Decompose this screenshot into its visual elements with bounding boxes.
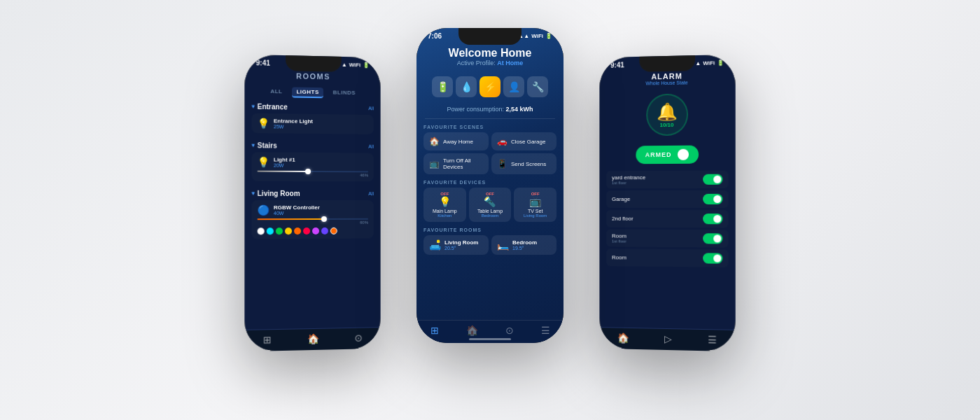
zone-garage-name: Garage [612, 196, 703, 202]
fav-rooms-label: FAVOURITE ROOMS [424, 227, 556, 232]
armed-label: ARMED [645, 151, 672, 158]
zone-garage-toggle[interactable] [703, 194, 722, 204]
rgbw-card: 🔵 RGBW Controller 40W 60% [251, 200, 373, 239]
scenes-section: FAVOURITE SCENES 🏠 Away Home 🚗 Close Gar… [416, 122, 564, 177]
nav-home-icon[interactable]: 🏠 [307, 333, 319, 344]
alarm-count: 10/10 [660, 121, 674, 127]
right-nav-home[interactable]: 🏠 [617, 332, 629, 344]
turn-off-icon: 📺 [429, 159, 440, 169]
tab-blinds[interactable]: BLINDS [329, 88, 360, 99]
zone-2nd-floor: 2nd floor [606, 210, 728, 227]
close-garage-icon: 🚗 [497, 136, 507, 146]
zone-yard-entrance: yard entrance 1st floor [606, 171, 728, 189]
fav-rooms-section: FAVOURITE ROOMS 🛋️ Living Room 20.5° 🛏️ [416, 225, 564, 258]
stairs-light-watt: 20W [274, 163, 368, 169]
center-nav-camera[interactable]: ⊙ [505, 325, 514, 336]
scene-send-screens[interactable]: 📱 Send Screens [491, 153, 556, 174]
stairs-name: Stairs [251, 141, 276, 149]
right-nav-menu[interactable]: ☰ [708, 334, 717, 345]
tv-set-icon: 📺 [518, 196, 552, 207]
scene-away-home[interactable]: 🏠 Away Home [424, 132, 489, 150]
main-lamp-room: Kitchen [428, 214, 462, 218]
device-table-lamp[interactable]: OFF 🔦 Table Lamp Bedroom [469, 188, 512, 222]
time-center: 7:06 [428, 32, 442, 40]
bedroom-icon: 🛏️ [497, 239, 509, 251]
stairs-header: Stairs All [251, 141, 373, 150]
table-lamp-name: Table Lamp [473, 209, 507, 214]
scenes-label: FAVOURITE SCENES [424, 125, 556, 130]
main-lamp-name: Main Lamp [428, 209, 462, 214]
device-grid: OFF 💡 Main Lamp Kitchen OFF 🔦 Table Lamp… [424, 188, 556, 222]
table-lamp-room: Bedroom [473, 214, 507, 218]
close-garage-label: Close Garage [511, 139, 545, 145]
person-icon-item[interactable]: 👤 [503, 76, 524, 97]
living-room-section: Living Room All 🔵 RGBW Controller 40W [244, 187, 380, 245]
time-right: 9:41 [610, 61, 624, 69]
toggle-circle [677, 149, 688, 160]
right-nav: 🏠 ▷ ☰ [599, 327, 735, 351]
zone-yard-toggle[interactable] [703, 174, 722, 185]
profile-name: At Home [497, 59, 523, 66]
battery-icon-item[interactable]: 🔋 [432, 76, 453, 97]
room-living-room[interactable]: 🛋️ Living Room 20.5° [424, 235, 489, 255]
zone-room-2: Room [606, 248, 728, 267]
scene-turn-off[interactable]: 📺 Turn Off All Devices [424, 153, 489, 174]
profile-text: Active Profile: At Home [428, 59, 552, 66]
rgbw-watt: 40W [274, 211, 368, 216]
center-nav-menu[interactable]: ☰ [541, 325, 550, 336]
phone-left: 9:41 ▲ WiFi 🔋 ROOMS ALL LIGHTS BLINDS [244, 55, 380, 352]
left-tabs[interactable]: ALL LIGHTS BLINDS [244, 83, 380, 102]
time-left: 9:41 [256, 59, 270, 67]
stairs-section: Stairs All 💡 Light #1 20W [244, 139, 380, 187]
center-nav-grid[interactable]: ⊞ [430, 325, 439, 336]
tab-lights[interactable]: LIGHTS [292, 87, 323, 98]
fav-rooms-grid: 🛋️ Living Room 20.5° 🛏️ Bedroom 19.5° [424, 235, 556, 255]
stairs-all[interactable]: All [368, 144, 374, 149]
room-bedroom[interactable]: 🛏️ Bedroom 19.5° [491, 235, 556, 255]
zone-room2-toggle[interactable] [703, 253, 722, 263]
notch-left [285, 55, 341, 72]
living-room-name: Living Room [251, 190, 300, 197]
nav-grid-icon[interactable]: ⊞ [262, 334, 271, 345]
stairs-slider[interactable]: 46% [258, 171, 368, 178]
zone-room1-toggle[interactable] [703, 233, 722, 244]
lightning-icon-item[interactable]: ⚡ [479, 76, 500, 97]
device-tv-set[interactable]: OFF 📺 TV Set Living Room [514, 188, 556, 222]
left-nav: ⊞ 🏠 ⊙ [244, 327, 380, 351]
zone-yard-sub: 1st floor [612, 181, 703, 185]
stairs-light-card: 💡 Light #1 20W 46% [251, 152, 373, 181]
phone-right: 9:41 ▲ WiFi 🔋 ALARM Whole House State 🔔 … [599, 55, 735, 352]
tool-icon-item[interactable]: 🔧 [527, 76, 548, 97]
center-nav-home[interactable]: 🏠 [466, 325, 478, 336]
tv-set-name: TV Set [518, 209, 552, 214]
tab-all[interactable]: ALL [266, 87, 286, 98]
rgbw-slider[interactable]: 60% [258, 218, 368, 225]
alarm-zones: yard entrance 1st floor Garage 2nd f [599, 167, 735, 272]
entrance-all[interactable]: All [368, 106, 374, 111]
living-room-icon: 🛋️ [429, 239, 441, 251]
zone-yard-name: yard entrance [612, 174, 703, 181]
phone-center: 7:06 ▲▲ WiFi 🔋 Welcome Home Active Profi… [416, 28, 564, 343]
rgbw-icon: 🔵 [258, 204, 270, 216]
armed-button[interactable]: ARMED [636, 146, 699, 164]
living-room-all[interactable]: All [368, 191, 374, 196]
water-icon-item[interactable]: 💧 [456, 76, 477, 97]
welcome-title: Welcome Home [428, 47, 552, 59]
armed-toggle-area[interactable]: ARMED [599, 141, 735, 168]
alarm-bell-container: 🔔 10/10 [646, 93, 688, 136]
stairs-slider-pct: 46% [258, 173, 368, 178]
zone-2ndfloor-toggle[interactable] [703, 214, 722, 224]
entrance-name: Entrance [251, 103, 287, 111]
nav-play-icon[interactable]: ⊙ [355, 332, 363, 344]
power-bar: Power consumption: 2,54 kWh [416, 103, 564, 115]
device-main-lamp[interactable]: OFF 💡 Main Lamp Kitchen [424, 188, 466, 222]
entrance-light-card: 💡 Entrance Light 25W [251, 113, 373, 134]
status-icons-right: ▲ WiFi 🔋 [695, 59, 724, 66]
alarm-indicator: 🔔 10/10 [599, 87, 735, 142]
send-screens-label: Send Screens [511, 161, 546, 167]
bedroom-tile-name: Bedroom [512, 239, 551, 246]
away-home-label: Away Home [443, 139, 473, 145]
table-lamp-icon: 🔦 [473, 196, 507, 207]
right-nav-play[interactable]: ▷ [664, 333, 672, 344]
scene-close-garage[interactable]: 🚗 Close Garage [491, 132, 556, 150]
